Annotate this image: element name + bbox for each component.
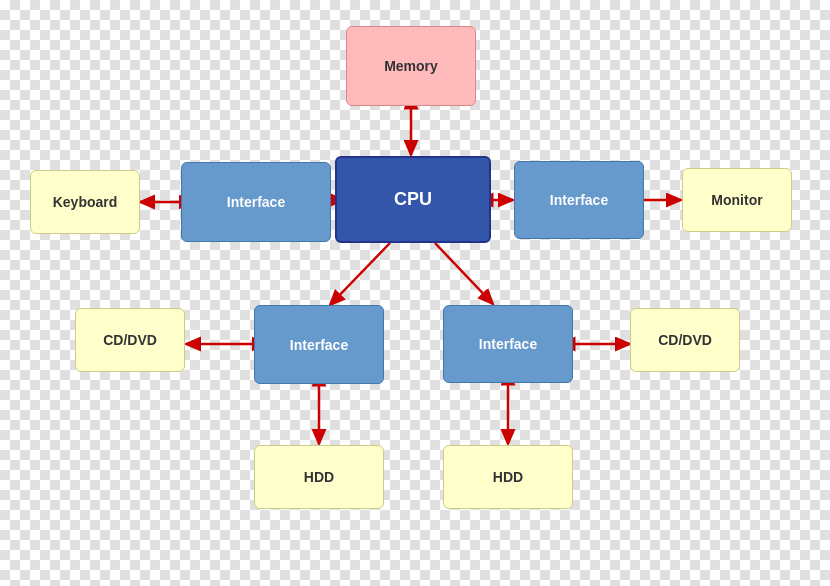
interface-bottom-right-box: Interface: [443, 305, 573, 383]
svg-line-10: [330, 243, 390, 305]
hdd-right-box: HDD: [443, 445, 573, 509]
cddvd-left-box: CD/DVD: [75, 308, 185, 372]
interface-left-box: Interface: [181, 162, 331, 242]
monitor-box: Monitor: [682, 168, 792, 232]
interface-right-box: Interface: [514, 161, 644, 239]
cddvd-right-box: CD/DVD: [630, 308, 740, 372]
keyboard-box: Keyboard: [30, 170, 140, 234]
svg-line-11: [435, 243, 493, 304]
diagram-container: Memory CPU Interface Interface Interface…: [0, 0, 830, 586]
interface-bottom-left-box: Interface: [254, 305, 384, 384]
memory-box: Memory: [346, 26, 476, 106]
hdd-left-box: HDD: [254, 445, 384, 509]
cpu-box: CPU: [335, 156, 491, 243]
